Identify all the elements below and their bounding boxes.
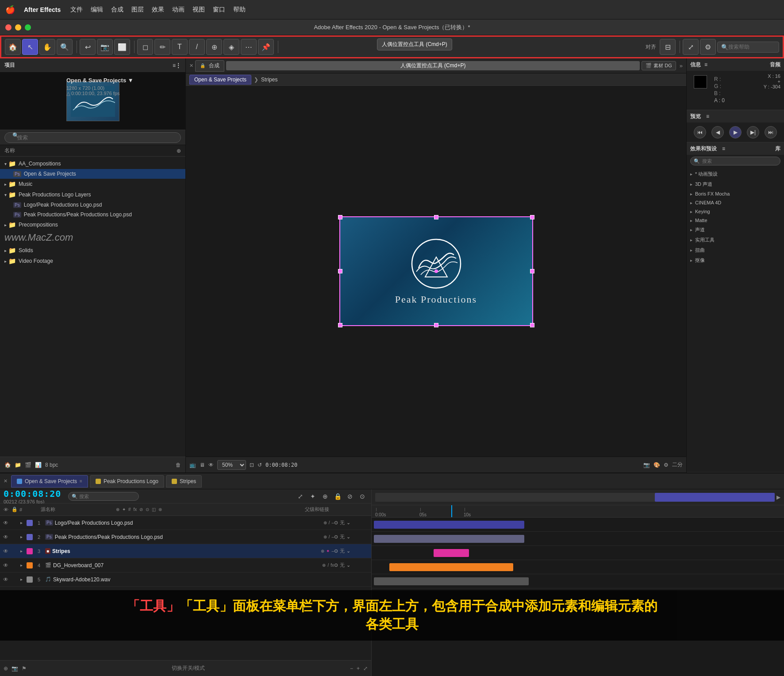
text-tool-button[interactable]: T (172, 39, 188, 55)
timeline-layer-3[interactable]: 👁 ▸ 3 ■ Stripes ⊕ ✦ – ⊙ (0, 544, 371, 558)
menu-item-help[interactable]: 帮助 (233, 6, 246, 14)
layer-3-parent-chevron[interactable]: ⌄ (346, 548, 350, 554)
tl-expand-icon[interactable]: ⤢ (363, 665, 368, 672)
tl-tool-3-icon[interactable]: ⊕ (320, 491, 331, 502)
layer-2-eye-icon[interactable]: 👁 (2, 534, 10, 540)
pen-tool-button[interactable]: ✏ (154, 39, 170, 55)
tl-tool-5-icon[interactable]: ⊘ (345, 491, 355, 502)
eraser-tool-button[interactable]: ◈ (223, 39, 239, 55)
layer-5-eye-icon[interactable]: 👁 (2, 576, 10, 583)
comp-tab-main[interactable]: 🔒 合成 (195, 60, 224, 72)
effect-item-distort[interactable]: ▸ 扭曲 (687, 245, 784, 255)
align-button[interactable]: ⊟ (660, 39, 676, 55)
tl-bottom-icon-1[interactable]: ⊕ (4, 665, 8, 672)
menu-item-comp[interactable]: 合成 (111, 6, 123, 14)
menu-item-file[interactable]: 文件 (70, 6, 83, 14)
preview-quality-icon[interactable]: 📺 (189, 462, 196, 468)
effect-item-channel[interactable]: ▸ 声道 (687, 225, 784, 235)
project-add-comp-icon[interactable]: ⊕ (177, 148, 181, 154)
comp-setting-icon[interactable]: ⚙ (664, 462, 669, 468)
layer-3-expand-icon[interactable]: ▸ (18, 549, 25, 553)
timeline-search-input[interactable] (68, 492, 139, 501)
maximize-button[interactable] (25, 24, 31, 31)
track-5-bar[interactable] (374, 577, 529, 585)
layer-2-expand-icon[interactable]: ▸ (18, 534, 25, 539)
tree-item-video[interactable]: ▸ 📁 Video Footage (0, 256, 185, 266)
tl-tool-6-icon[interactable]: ⊙ (357, 491, 368, 502)
tree-item-logo-psd[interactable]: Ps Logo/Peak Productions Logo.psd (0, 200, 185, 210)
timeline-tab-open-save[interactable]: Open & Save Projects ≡ (11, 475, 88, 488)
rotate-tool-button[interactable]: ↩ (80, 39, 96, 55)
menu-item-view[interactable]: 视图 (192, 6, 205, 14)
track-2-bar[interactable] (374, 535, 524, 543)
preview-menu-icon[interactable]: ≡ (706, 113, 709, 119)
layer-2-parent-chevron[interactable]: ⌄ (346, 534, 350, 540)
handle-tl[interactable] (338, 215, 342, 219)
timeline-tab-menu-icon[interactable]: ≡ (80, 479, 82, 484)
timeline-scroll-right-icon[interactable]: ▶ (776, 494, 780, 500)
comp-panel-close-icon[interactable]: ✕ (189, 63, 193, 69)
effect-item-keying[interactable]: ▸ Keying (687, 207, 784, 216)
roto-tool-button[interactable]: ⋯ (241, 39, 257, 55)
handle-bc[interactable] (434, 323, 438, 327)
resolution-icon[interactable]: 🖥 (200, 462, 205, 468)
hand-tool-button[interactable]: ✋ (39, 39, 55, 55)
handle-br[interactable] (530, 323, 534, 327)
chevron-expand-icon[interactable]: » (680, 62, 683, 69)
track-1-bar[interactable] (374, 521, 524, 529)
fast-preview-icon[interactable]: 👁 (208, 462, 214, 468)
view-options-icon[interactable]: 🎨 (653, 462, 660, 468)
info-menu-icon[interactable]: ≡ (704, 61, 707, 68)
toggle-mask-icon[interactable]: ↺ (257, 462, 262, 468)
tl-tool-2-icon[interactable]: ✦ (307, 491, 318, 502)
layer-5-expand-icon[interactable]: ▸ (18, 577, 25, 582)
effect-item-cinema4d[interactable]: ▸ CINEMA 4D (687, 198, 784, 207)
handle-tr[interactable] (530, 215, 534, 219)
apple-menu-icon[interactable]: 🍎 (5, 5, 15, 15)
project-search-bar[interactable]: 🔍 (0, 130, 185, 145)
menu-item-layer[interactable]: 图层 (131, 6, 144, 14)
effect-item-keyer[interactable]: ▸ 抠像 (687, 255, 784, 265)
tl-tool-1-icon[interactable]: ⤢ (295, 491, 306, 502)
close-button[interactable] (5, 24, 12, 31)
timeline-layer-2[interactable]: 👁 ▸ 2 Ps Peak Productions/Peak Productio… (0, 530, 371, 544)
expand-button[interactable]: ⤢ (683, 39, 699, 55)
rect-tool-button[interactable]: ⬜ (114, 39, 130, 55)
puppet-tool-button[interactable]: 📌 (258, 39, 274, 55)
effect-item-utility[interactable]: ▸ 实用工具 (687, 235, 784, 245)
next-frame-button[interactable]: ▶| (747, 126, 759, 138)
effects-search-input[interactable] (690, 157, 780, 165)
tree-item-solids[interactable]: ▸ 📁 Solids (0, 245, 185, 256)
tl-bottom-icon-2[interactable]: 📷 (12, 665, 18, 672)
layer-1-parent-chevron[interactable]: ⌄ (346, 520, 350, 526)
effect-item-boris[interactable]: ▸ Boris FX Mocha (687, 189, 784, 198)
handle-bl[interactable] (338, 323, 342, 327)
layer-4-parent-chevron[interactable]: ⌄ (346, 562, 350, 568)
tl-zoom-out-icon[interactable]: − (350, 665, 353, 672)
clone-tool-button[interactable]: ⊕ (206, 39, 222, 55)
project-search-input[interactable] (4, 132, 181, 143)
snapshot-icon[interactable]: 📷 (643, 462, 650, 468)
search-box[interactable]: 🔍 (717, 42, 779, 53)
import-icon[interactable]: 📁 (15, 462, 21, 468)
playhead[interactable] (451, 505, 452, 518)
timeline-layer-5[interactable]: 👁 ▸ 5 🎵 Skyward-Adobe120.wav (0, 572, 371, 587)
layer-3-eye-icon[interactable]: 👁 (2, 548, 10, 554)
select-tool-button[interactable]: ↖ (22, 39, 38, 55)
home-button[interactable]: 🏠 (5, 39, 21, 55)
camera-tool-button[interactable]: 📷 (97, 39, 113, 55)
search-input[interactable] (728, 44, 775, 50)
zoom-tool-button[interactable]: 🔍 (57, 39, 73, 55)
zoom-select[interactable]: 50% 100% 25% (217, 460, 246, 470)
project-options-icon[interactable]: ⋮ (176, 62, 181, 69)
handle-mr[interactable] (530, 269, 534, 273)
handle-tc[interactable] (434, 215, 438, 219)
settings-button[interactable]: ⚙ (700, 39, 716, 55)
timeline-layer-4[interactable]: 👁 ▸ 4 🎬 DG_Hoverboard_007 ⊕ / fx (0, 558, 371, 572)
shape-tool-button[interactable]: ◻ (137, 39, 153, 55)
minimap-indicator[interactable] (655, 493, 775, 502)
tl-tool-4-icon[interactable]: 🔒 (332, 491, 343, 502)
fit-to-comp-icon[interactable]: ⊡ (250, 462, 254, 468)
timeline-layer-1[interactable]: 👁 ▸ 1 Ps Logo/Peak Productions Logo.psd … (0, 516, 371, 530)
menu-item-window[interactable]: 窗口 (213, 6, 225, 14)
